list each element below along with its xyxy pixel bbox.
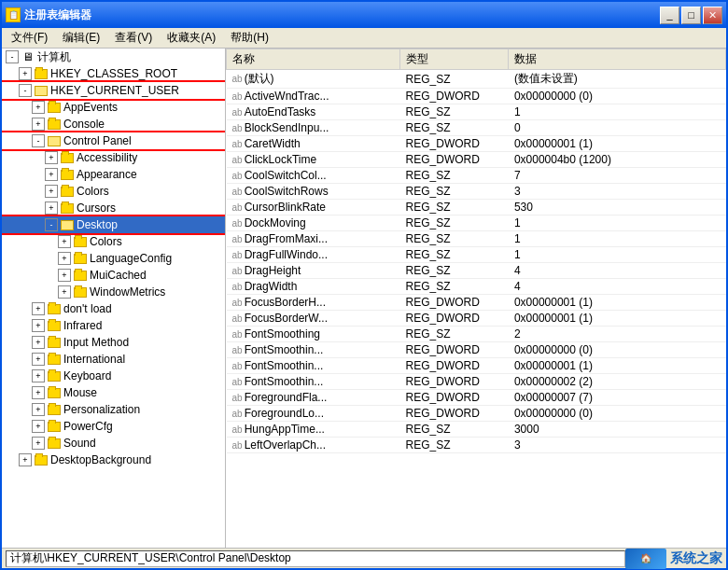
expander-desktop[interactable]: - — [45, 218, 58, 231]
expander-inputmethod[interactable]: + — [32, 336, 45, 349]
table-row[interactable]: abClickLockTimeREG_DWORD0x000004b0 (1200… — [227, 152, 726, 168]
tree-item-langconfig[interactable]: + LanguageConfig — [2, 250, 225, 267]
tree-item-desktopcolors[interactable]: + Colors — [2, 233, 225, 250]
table-row[interactable]: abCaretWidthREG_DWORD0x00000001 (1) — [227, 136, 726, 152]
tree-item-cursors[interactable]: + Cursors — [2, 200, 225, 216]
folder-icon-dontload — [47, 301, 62, 316]
tree-item-computer[interactable]: - 🖥 计算机 — [2, 49, 225, 65]
reg-type-cell: REG_SZ — [400, 215, 509, 231]
tree-item-colors[interactable]: + Colors — [2, 183, 225, 200]
folder-icon-cursors — [60, 201, 75, 215]
tree-label-muicached: MuiCached — [90, 269, 147, 282]
expander-hkcu[interactable]: - — [19, 84, 32, 97]
tree-item-mouse[interactable]: + Mouse — [2, 384, 225, 401]
tree-item-personalization[interactable]: + Personalization — [2, 401, 225, 418]
menu-favorites[interactable]: 收藏夹(A) — [160, 28, 223, 48]
minimize-button[interactable]: _ — [660, 7, 679, 24]
table-row[interactable]: abForegroundFla...REG_DWORD0x00000007 (7… — [227, 390, 726, 406]
expander-windowmetrics[interactable]: + — [58, 285, 71, 299]
menu-file[interactable]: 文件(F) — [4, 28, 55, 48]
tree-item-appevents[interactable]: + AppEvents — [2, 99, 225, 116]
expander-hkcr[interactable]: + — [19, 67, 32, 80]
expander-desktopbg[interactable]: + — [19, 453, 32, 466]
table-row[interactable]: abFocusBorderH...REG_DWORD0x00000001 (1) — [227, 295, 726, 311]
table-row[interactable]: abDragFullWindo...REG_SZ1 — [227, 247, 726, 263]
tree-item-international[interactable]: + International — [2, 351, 225, 368]
expander-mouse[interactable]: + — [32, 386, 45, 399]
expander-keyboard[interactable]: + — [32, 369, 45, 382]
expander-sound[interactable]: + — [32, 437, 45, 450]
table-row[interactable]: abHungAppTime...REG_SZ3000 — [227, 422, 726, 438]
menu-view[interactable]: 查看(V) — [107, 28, 160, 48]
tree-item-windowmetrics[interactable]: + WindowMetrics — [2, 284, 225, 300]
tree-item-infrared[interactable]: + Infrared — [2, 317, 225, 334]
col-name[interactable]: 名称 — [227, 49, 400, 70]
table-row[interactable]: ab(默认)REG_SZ(数值未设置) — [227, 70, 726, 89]
maximize-button[interactable]: □ — [681, 7, 701, 24]
tree-item-desktop[interactable]: - Desktop — [2, 216, 225, 233]
tree-item-hkcr[interactable]: + HKEY_CLASSES_ROOT — [2, 65, 225, 82]
tree-item-controlpanel[interactable]: - Control Panel — [2, 132, 225, 149]
tree-item-powercfg[interactable]: + PowerCfg — [2, 418, 225, 435]
reg-data-cell: (数值未设置) — [509, 70, 726, 89]
expander-appearance[interactable]: + — [45, 168, 58, 181]
expander-desktopcolors[interactable]: + — [58, 235, 71, 248]
expander-console[interactable]: + — [32, 118, 45, 131]
folder-icon-desktopbg — [34, 452, 49, 467]
tree-item-sound[interactable]: + Sound — [2, 435, 225, 452]
tree-item-keyboard[interactable]: + Keyboard — [2, 368, 225, 384]
expander-international[interactable]: + — [32, 353, 45, 366]
reg-data-cell: 0x00000007 (7) — [509, 390, 726, 406]
menu-edit[interactable]: 编辑(E) — [55, 28, 107, 48]
expander-cursors[interactable]: + — [45, 202, 58, 215]
expander-muicached[interactable]: + — [58, 269, 71, 282]
expander-powercfg[interactable]: + — [32, 420, 45, 433]
registry-scroll[interactable]: 名称 类型 数据 ab(默认)REG_SZ(数值未设置)abActiveWndT… — [226, 49, 726, 548]
reg-data-cell: 1 — [509, 247, 726, 263]
tree-item-hkcu[interactable]: - HKEY_CURRENT_USER — [2, 82, 225, 99]
table-row[interactable]: abDockMovingREG_SZ1 — [227, 215, 726, 231]
table-row[interactable]: abFontSmoothingREG_SZ2 — [227, 327, 726, 342]
expander-computer[interactable]: - — [6, 50, 19, 63]
expander-colors[interactable]: + — [45, 185, 58, 198]
table-row[interactable]: abFocusBorderW...REG_DWORD0x00000001 (1) — [227, 311, 726, 327]
tree-item-muicached[interactable]: + MuiCached — [2, 267, 225, 284]
expander-dontload[interactable]: + — [32, 302, 45, 315]
table-row[interactable]: abDragFromMaxi...REG_SZ1 — [227, 231, 726, 247]
tree-item-dontload[interactable]: + don't load — [2, 300, 225, 317]
reg-data-cell: 3 — [509, 438, 726, 453]
col-type[interactable]: 类型 — [400, 49, 509, 70]
table-row[interactable]: abForegroundLo...REG_DWORD0x00000000 (0) — [227, 406, 726, 422]
table-row[interactable]: abLeftOverlapCh...REG_SZ3 — [227, 438, 726, 453]
expander-langconfig[interactable]: + — [58, 252, 71, 265]
table-row[interactable]: abFontSmoothin...REG_DWORD0x00000000 (0) — [227, 342, 726, 358]
tree-panel[interactable]: - 🖥 计算机 + HKEY_CLASSES_ROOT - HKEY_CURRE… — [2, 49, 226, 548]
menu-help[interactable]: 帮助(H) — [223, 28, 276, 48]
table-row[interactable]: abCursorBlinkRateREG_SZ530 — [227, 200, 726, 215]
tree-label-desktopcolors: Colors — [90, 235, 122, 248]
expander-infrared[interactable]: + — [32, 319, 45, 332]
col-data[interactable]: 数据 — [509, 49, 726, 70]
expander-personalization[interactable]: + — [32, 403, 45, 416]
table-row[interactable]: abDragWidthREG_SZ4 — [227, 279, 726, 295]
table-row[interactable]: abFontSmoothin...REG_DWORD0x00000002 (2) — [227, 374, 726, 390]
table-row[interactable]: abCoolSwitchCol...REG_SZ7 — [227, 168, 726, 184]
table-row[interactable]: abDragHeightREG_SZ4 — [227, 263, 726, 279]
tree-item-console[interactable]: + Console — [2, 116, 225, 132]
table-row[interactable]: abAutoEndTasksREG_SZ1 — [227, 104, 726, 120]
expander-accessibility[interactable]: + — [45, 151, 58, 164]
tree-item-appearance[interactable]: + Appearance — [2, 166, 225, 183]
tree-item-inputmethod[interactable]: + Input Method — [2, 334, 225, 351]
reg-name-cell: abDragFromMaxi... — [227, 231, 400, 247]
expander-controlpanel[interactable]: - — [32, 134, 45, 147]
folder-icon-personalization — [47, 402, 62, 417]
expander-appevents[interactable]: + — [32, 101, 45, 114]
table-row[interactable]: abFontSmoothin...REG_DWORD0x00000001 (1) — [227, 358, 726, 374]
tree-item-accessibility[interactable]: + Accessibility — [2, 149, 225, 166]
reg-data-cell: 3000 — [509, 422, 726, 438]
table-row[interactable]: abCoolSwitchRowsREG_SZ3 — [227, 184, 726, 200]
close-button[interactable]: ✕ — [703, 7, 722, 24]
table-row[interactable]: abBlockSendInpu...REG_SZ0 — [227, 120, 726, 136]
tree-item-desktopbg[interactable]: + DesktopBackground — [2, 452, 225, 468]
table-row[interactable]: abActiveWndTrac...REG_DWORD0x00000000 (0… — [227, 89, 726, 104]
